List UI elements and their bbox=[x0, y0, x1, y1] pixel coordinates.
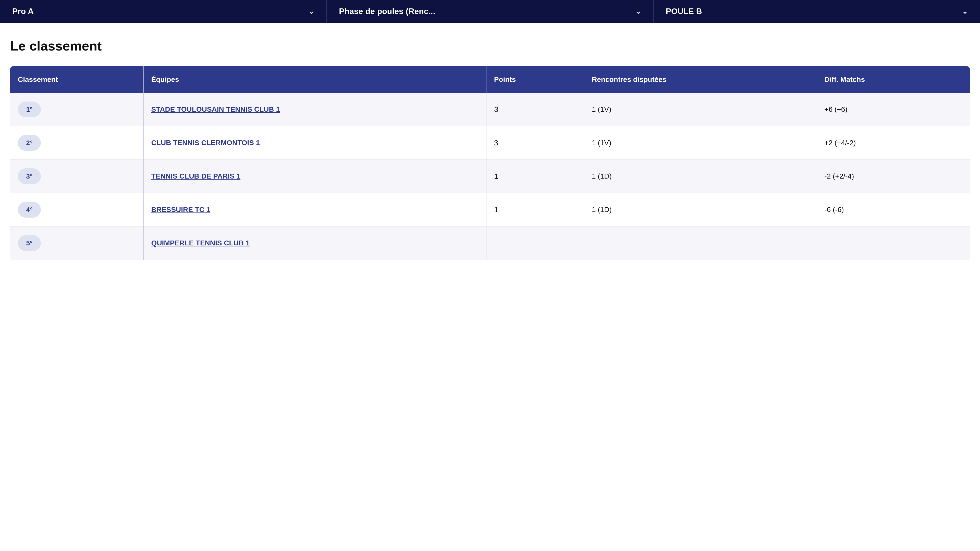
points-cell-4: 1 bbox=[486, 193, 584, 227]
table-row: 5° QUIMPERLE TENNIS CLUB 1 bbox=[10, 227, 970, 260]
rencontres-cell-4: 1 (1D) bbox=[584, 193, 817, 227]
rencontres-cell-3: 1 (1D) bbox=[584, 160, 817, 193]
rencontres-value-2: 1 (1V) bbox=[592, 139, 611, 147]
table-body: 1° STADE TOULOUSAIN TENNIS CLUB 1 3 1 (1… bbox=[10, 93, 970, 260]
team-cell-3: TENNIS CLUB DE PARIS 1 bbox=[143, 160, 486, 193]
points-cell-1: 3 bbox=[486, 93, 584, 126]
team-cell-1: STADE TOULOUSAIN TENNIS CLUB 1 bbox=[143, 93, 486, 126]
section-title: Le classement bbox=[10, 38, 970, 54]
team-cell-5: QUIMPERLE TENNIS CLUB 1 bbox=[143, 227, 486, 260]
points-value-4: 1 bbox=[494, 205, 498, 214]
diff-value-4: -6 (-6) bbox=[824, 206, 844, 213]
rank-cell: 4° bbox=[10, 193, 143, 227]
header-rencontres: Rencontres disputées bbox=[584, 66, 817, 93]
table-header: Classement Équipes Points Rencontres dis… bbox=[10, 66, 970, 93]
rencontres-cell-2: 1 (1V) bbox=[584, 126, 817, 160]
nav-item-poule-b[interactable]: POULE B ⌄ bbox=[654, 0, 980, 23]
diff-value-2: +2 (+4/-2) bbox=[824, 139, 856, 147]
rencontres-cell-5 bbox=[584, 227, 817, 260]
table-row: 2° CLUB TENNIS CLERMONTOIS 1 3 1 (1V) +2… bbox=[10, 126, 970, 160]
diff-value-1: +6 (+6) bbox=[824, 105, 847, 113]
diff-cell-4: -6 (-6) bbox=[817, 193, 970, 227]
header-diff: Diff. Matchs bbox=[817, 66, 970, 93]
rencontres-value-4: 1 (1D) bbox=[592, 206, 612, 213]
rank-badge-1: 1° bbox=[18, 102, 41, 118]
points-value-2: 3 bbox=[494, 138, 498, 147]
rank-badge-4: 4° bbox=[18, 202, 41, 218]
chevron-down-icon-pro-a: ⌄ bbox=[308, 7, 314, 16]
table-row: 4° BRESSUIRE TC 1 1 1 (1D) -6 (-6) bbox=[10, 193, 970, 227]
rank-cell: 3° bbox=[10, 160, 143, 193]
chevron-down-icon-poule-b: ⌄ bbox=[962, 7, 968, 16]
diff-value-3: -2 (+2/-4) bbox=[824, 172, 854, 180]
nav-label-pro-a: Pro A bbox=[12, 6, 34, 16]
rencontres-value-1: 1 (1V) bbox=[592, 105, 611, 113]
diff-cell-2: +2 (+4/-2) bbox=[817, 126, 970, 160]
classement-table: Classement Équipes Points Rencontres dis… bbox=[10, 66, 970, 260]
header-classement: Classement bbox=[10, 66, 143, 93]
team-link-1[interactable]: STADE TOULOUSAIN TENNIS CLUB 1 bbox=[151, 105, 280, 113]
team-link-5[interactable]: QUIMPERLE TENNIS CLUB 1 bbox=[151, 239, 250, 247]
points-cell-3: 1 bbox=[486, 160, 584, 193]
rank-badge-5: 5° bbox=[18, 235, 41, 251]
nav-label-poule-b: POULE B bbox=[666, 6, 702, 16]
header-points: Points bbox=[486, 66, 584, 93]
table-row: 1° STADE TOULOUSAIN TENNIS CLUB 1 3 1 (1… bbox=[10, 93, 970, 126]
points-cell-2: 3 bbox=[486, 126, 584, 160]
table-row: 3° TENNIS CLUB DE PARIS 1 1 1 (1D) -2 (+… bbox=[10, 160, 970, 193]
nav-bar: Pro A ⌄ Phase de poules (Renc... ⌄ POULE… bbox=[0, 0, 980, 23]
rank-cell: 5° bbox=[10, 227, 143, 260]
points-value-3: 1 bbox=[494, 172, 498, 180]
team-cell-2: CLUB TENNIS CLERMONTOIS 1 bbox=[143, 126, 486, 160]
rank-badge-3: 3° bbox=[18, 168, 41, 184]
header-equipes: Équipes bbox=[143, 66, 486, 93]
rencontres-value-3: 1 (1D) bbox=[592, 172, 612, 180]
nav-label-phase-poules: Phase de poules (Renc... bbox=[339, 6, 435, 16]
rencontres-cell-1: 1 (1V) bbox=[584, 93, 817, 126]
rank-cell: 2° bbox=[10, 126, 143, 160]
rank-badge-2: 2° bbox=[18, 135, 41, 151]
points-cell-5 bbox=[486, 227, 584, 260]
diff-cell-3: -2 (+2/-4) bbox=[817, 160, 970, 193]
team-link-4[interactable]: BRESSUIRE TC 1 bbox=[151, 206, 210, 213]
team-link-3[interactable]: TENNIS CLUB DE PARIS 1 bbox=[151, 172, 241, 180]
team-cell-4: BRESSUIRE TC 1 bbox=[143, 193, 486, 227]
rank-cell: 1° bbox=[10, 93, 143, 126]
points-value-1: 3 bbox=[494, 105, 498, 114]
nav-item-pro-a[interactable]: Pro A ⌄ bbox=[0, 0, 327, 23]
diff-cell-5 bbox=[817, 227, 970, 260]
main-content: Le classement Classement Équipes Points … bbox=[0, 23, 980, 275]
chevron-down-icon-phase-poules: ⌄ bbox=[635, 7, 641, 16]
diff-cell-1: +6 (+6) bbox=[817, 93, 970, 126]
team-link-2[interactable]: CLUB TENNIS CLERMONTOIS 1 bbox=[151, 139, 260, 147]
nav-item-phase-poules[interactable]: Phase de poules (Renc... ⌄ bbox=[327, 0, 653, 23]
